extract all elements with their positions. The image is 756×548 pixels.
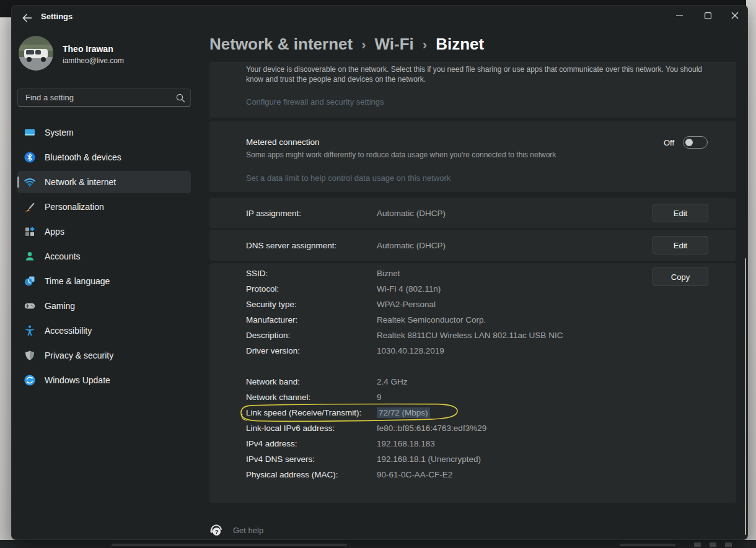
- property-group-gap: [246, 359, 708, 374]
- sidebar-item-apps[interactable]: Apps: [17, 220, 191, 243]
- property-label: Security type:: [246, 300, 377, 309]
- property-row-network-channel: Network channel: 9: [246, 389, 708, 405]
- breadcrumb: Network & internet › Wi-Fi › Biznet: [209, 35, 484, 54]
- property-row-security-type: Security type: WPA2-Personal: [246, 297, 708, 312]
- get-help-link[interactable]: ? Get help: [209, 523, 263, 537]
- sidebar-item-bluetooth[interactable]: Bluetooth & devices: [17, 146, 191, 168]
- property-value: 192.168.18.183: [377, 439, 435, 448]
- property-label: Link-local IPv6 address:: [246, 424, 377, 433]
- breadcrumb-separator: ›: [423, 37, 427, 53]
- ip-assignment-label: IP assignment:: [246, 209, 377, 218]
- wifi-properties-card: Copy SSID: Biznet Protocol: Wi-Fi 4 (802…: [209, 263, 736, 503]
- breadcrumb-wifi[interactable]: Wi-Fi: [374, 35, 413, 54]
- sidebar-item-personalization[interactable]: Personalization: [17, 196, 191, 218]
- property-label: Link speed (Receive/Transmit):: [246, 408, 377, 417]
- apps-icon: [24, 225, 36, 238]
- sidebar-item-time-language[interactable]: Time & language: [17, 270, 191, 292]
- data-limit-link[interactable]: Set a data limit to help control data us…: [246, 173, 451, 183]
- metered-toggle[interactable]: [683, 136, 708, 149]
- search-input[interactable]: [24, 92, 175, 103]
- scrollbar-thumb[interactable]: [745, 258, 746, 535]
- sidebar-item-label: Gaming: [45, 301, 75, 311]
- property-label: Manufacturer:: [246, 315, 377, 324]
- metered-toggle-group: Off: [664, 136, 708, 149]
- page-title: Biznet: [436, 35, 484, 54]
- window-title: Settings: [41, 12, 73, 21]
- breadcrumb-network-internet[interactable]: Network & internet: [209, 35, 353, 54]
- sidebar-item-label: Apps: [45, 227, 64, 237]
- sidebar-item-label: Personalization: [45, 202, 104, 212]
- sidebar-item-windows-update[interactable]: Windows Update: [17, 369, 191, 391]
- property-label: Description:: [246, 331, 377, 340]
- accounts-icon: [24, 250, 36, 263]
- search-icon[interactable]: [175, 93, 185, 103]
- sidebar-item-label: Network & internet: [45, 177, 116, 187]
- time-language-icon: [24, 275, 36, 287]
- property-value: fe80::bf85:616:4763:edf3%29: [377, 424, 486, 433]
- dns-assignment-value: Automatic (DHCP): [377, 241, 446, 250]
- close-icon: [731, 12, 739, 19]
- bluetooth-icon: [24, 151, 36, 163]
- ip-assignment-value: Automatic (DHCP): [377, 209, 446, 218]
- close-button[interactable]: [722, 5, 748, 26]
- ip-assignment-card: IP assignment: Automatic (DHCP) Edit: [209, 198, 736, 228]
- maximize-icon: [705, 12, 711, 19]
- background-footer-icon-shape: [725, 542, 732, 547]
- selected-indicator: [17, 176, 19, 188]
- settings-window: Settings Theo Irawan iamtheo@live.com: [11, 5, 748, 540]
- network-profile-description: Your device is discoverable on the netwo…: [246, 64, 708, 84]
- property-row-ipv4-address: IPv4 address: 192.168.18.183: [246, 436, 708, 451]
- metered-connection-title: Metered connection: [246, 137, 708, 147]
- gaming-icon: [24, 300, 36, 312]
- wifi-icon: [24, 176, 36, 188]
- firewall-settings-link[interactable]: Configure firewall and security settings: [246, 97, 384, 107]
- property-row-ipv4-dns: IPv4 DNS servers: 192.168.18.1 (Unencryp…: [246, 451, 708, 467]
- search-box: [17, 89, 191, 107]
- maximize-button[interactable]: [693, 5, 722, 26]
- back-button[interactable]: [16, 10, 37, 26]
- personalization-icon: [24, 201, 36, 213]
- property-row-ssid: SSID: Biznet: [246, 266, 708, 281]
- edit-ip-button[interactable]: Edit: [653, 204, 708, 222]
- background-footer-icon-shape: [710, 542, 716, 547]
- property-value: 2.4 GHz: [377, 377, 408, 386]
- property-value: 192.168.18.1 (Unencrypted): [377, 454, 481, 464]
- background-footer-icon-shape: [694, 542, 701, 547]
- sidebar-item-network-internet[interactable]: Network & internet: [17, 171, 191, 193]
- property-label: IPv4 address:: [246, 439, 377, 448]
- property-label: Protocol:: [246, 284, 377, 294]
- property-value: Realtek Semiconductor Corp.: [377, 315, 486, 324]
- sidebar-nav: System Bluetooth & devices Network & int…: [17, 121, 191, 394]
- property-row-protocol: Protocol: Wi-Fi 4 (802.11n): [246, 281, 708, 297]
- property-row-driver-version: Driver version: 1030.40.128.2019: [246, 343, 708, 359]
- sidebar-item-gaming[interactable]: Gaming: [17, 295, 191, 317]
- sidebar-item-label: Privacy & security: [45, 350, 113, 360]
- sidebar-item-label: Windows Update: [45, 375, 110, 385]
- property-label: Network channel:: [246, 393, 377, 402]
- property-value: Wi-Fi 4 (802.11n): [377, 284, 441, 294]
- property-row-ipv6-address: Link-local IPv6 address: fe80::bf85:616:…: [246, 420, 708, 436]
- property-row-manufacturer: Manufacturer: Realtek Semiconductor Corp…: [246, 312, 708, 328]
- property-row-description: Description: Realtek 8811CU Wireless LAN…: [246, 328, 708, 343]
- sidebar-item-label: Accessibility: [45, 326, 92, 336]
- property-value: 1030.40.128.2019: [377, 346, 444, 355]
- avatar: [19, 36, 53, 71]
- metered-connection-subtitle: Some apps might work differently to redu…: [246, 150, 708, 159]
- edit-dns-button[interactable]: Edit: [653, 236, 708, 254]
- property-row-mac-address: Physical address (MAC): 90-61-0C-AA-CF-E…: [246, 467, 708, 482]
- sidebar-item-label: Bluetooth & devices: [45, 152, 121, 162]
- property-value-highlighted: 72/72 (Mbps): [377, 407, 430, 418]
- sidebar-item-privacy-security[interactable]: Privacy & security: [17, 344, 191, 367]
- sidebar-item-system[interactable]: System: [17, 121, 191, 144]
- network-profile-card: Your device is discoverable on the netwo…: [209, 62, 736, 118]
- metered-connection-card: Metered connection Some apps might work …: [209, 121, 736, 192]
- property-value: WPA2-Personal: [377, 300, 436, 309]
- sidebar-item-accessibility[interactable]: Accessibility: [17, 320, 191, 342]
- profile-email: iamtheo@live.com: [63, 56, 124, 65]
- property-row-network-band: Network band: 2.4 GHz: [246, 374, 708, 389]
- toggle-knob: [685, 139, 693, 146]
- property-value: Realtek 8811CU Wireless LAN 802.11ac USB…: [377, 331, 563, 340]
- dns-assignment-card: DNS server assignment: Automatic (DHCP) …: [209, 230, 736, 261]
- sidebar-item-accounts[interactable]: Accounts: [17, 245, 191, 267]
- minimize-button[interactable]: [665, 5, 693, 26]
